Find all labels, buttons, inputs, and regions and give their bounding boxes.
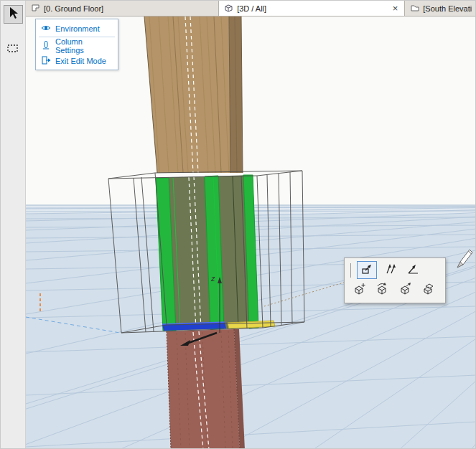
- pet-palette: [344, 257, 446, 303]
- marquee-icon: [6, 42, 20, 59]
- tab-south-elevation[interactable]: [South Elevati: [405, 1, 475, 16]
- menu-item-exit-edit-mode[interactable]: Exit Edit Mode: [36, 53, 118, 68]
- pet-rotate-box-button[interactable]: [372, 281, 392, 299]
- tool-select-arrow[interactable]: [4, 5, 23, 24]
- menu-item-label: Column Settings: [55, 37, 113, 55]
- arrow-cursor-icon: [6, 6, 20, 23]
- column-lower-brown[interactable]: [167, 329, 245, 448]
- menu-item-column-settings[interactable]: Column Settings: [36, 38, 118, 53]
- elevation-icon: [410, 3, 419, 14]
- move-box-icon: [353, 283, 365, 298]
- stretch-icon: [360, 263, 373, 278]
- menu-item-environment[interactable]: Environment: [36, 21, 118, 36]
- column-icon: [41, 40, 51, 52]
- pet-stretch-button[interactable]: [357, 261, 377, 279]
- close-icon[interactable]: ×: [391, 4, 400, 13]
- pet-palette-row-1: [349, 261, 441, 279]
- pet-skew-angle-button[interactable]: [403, 261, 423, 279]
- tab-label: [South Elevati: [423, 4, 472, 13]
- pet-palette-row-2: [349, 281, 441, 299]
- viewport-3d[interactable]: z Environment: [26, 16, 475, 448]
- tab-label: [3D / All]: [237, 4, 266, 13]
- palette-separator: [350, 263, 351, 278]
- column-upper-wood[interactable]: [144, 16, 243, 173]
- tab-label: [0. Ground Floor]: [44, 4, 103, 13]
- pet-skew-button[interactable]: [380, 261, 400, 279]
- tool-marquee[interactable]: [4, 41, 23, 60]
- tab-3d-all[interactable]: [3D / All] ×: [219, 1, 405, 16]
- edit-mode-menu: Environment Column Settings Exit Edit Mo…: [35, 19, 118, 70]
- exit-icon: [41, 55, 51, 67]
- scene-3d: z: [26, 16, 475, 448]
- menu-item-label: Exit Edit Mode: [55, 57, 106, 65]
- archicad-window: [0. Ground Floor] [3D / All] × [South El…: [0, 0, 476, 449]
- eye-icon: [41, 23, 51, 34]
- skew-angle-icon: [406, 263, 419, 278]
- pet-offset-box-button[interactable]: [395, 281, 415, 299]
- multiply-box-icon: [421, 283, 434, 298]
- tab-bar: [0. Ground Floor] [3D / All] × [South El…: [26, 1, 475, 16]
- box-3d-icon: [224, 3, 233, 14]
- pet-multiply-box-button[interactable]: [418, 281, 438, 299]
- column-core-selected[interactable]: [156, 175, 258, 331]
- pet-move-box-button[interactable]: [349, 281, 369, 299]
- menu-item-label: Environment: [55, 24, 100, 33]
- main-column: [0. Ground Floor] [3D / All] × [South El…: [26, 1, 475, 448]
- z-axis-label: z: [210, 274, 215, 283]
- offset-box-icon: [398, 283, 411, 298]
- tab-ground-floor[interactable]: [0. Ground Floor]: [26, 1, 219, 16]
- pencil-cursor-icon: [455, 247, 474, 273]
- skew-icon: [383, 263, 396, 278]
- toolbox: [1, 1, 26, 448]
- rotate-box-icon: [375, 283, 388, 298]
- floor-plan-icon: [31, 3, 40, 14]
